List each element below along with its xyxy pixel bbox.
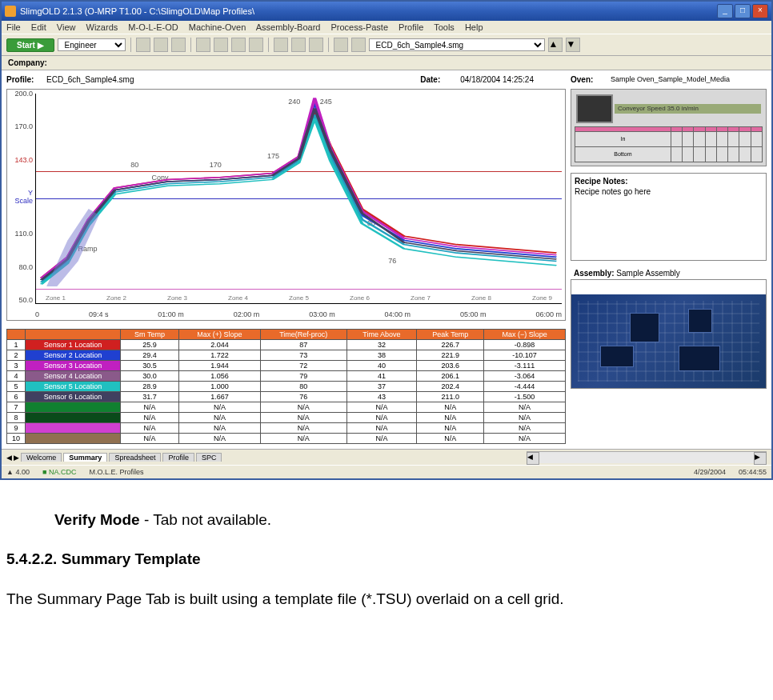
toolbar-icon[interactable] — [309, 38, 323, 52]
down-button[interactable]: ▼ — [566, 38, 580, 52]
toolbar-icon[interactable] — [214, 38, 228, 52]
toolbar-icon[interactable] — [171, 38, 186, 52]
oven-diagram: Conveyor Speed 35.0 in/min In Bottom — [571, 89, 767, 166]
app-window: SlimgOLD 2.1.3 (O-MRP T1.00 - C:\SlimgOL… — [0, 0, 773, 480]
conveyor-speed: Conveyor Speed 35.0 in/min — [615, 104, 761, 114]
window-title: SlimgOLD 2.1.3 (O-MRP T1.00 - C:\SlimgOL… — [20, 6, 717, 16]
tab-welcome[interactable]: Welcome — [21, 453, 62, 462]
svg-marker-0 — [46, 209, 99, 286]
toolbar: Start ▶ Engineer ECD_6ch_Sample4.smg ▲ ▼ — [2, 34, 771, 56]
tab-summary[interactable]: Summary — [63, 453, 107, 462]
plot-area: 240 245 80 170 175 Conv Ramp 80 76 — [35, 94, 562, 304]
oven-zone-grid: In Bottom — [575, 126, 763, 162]
sensor-table: Sm TempMax (+) SlopeTime(Ref-proc)Time A… — [6, 329, 566, 444]
toolbar-icon[interactable] — [334, 38, 348, 52]
recipe-notes: Recipe Notes: Recipe notes go here — [571, 173, 767, 261]
oven-value: Sample Oven_Sample_Model_Media — [611, 75, 730, 84]
start-button[interactable]: Start ▶ — [6, 38, 54, 52]
oven-icon — [576, 94, 613, 123]
table-row: 3Sensor 3 Location30.51.9447240203.6-3.1… — [7, 361, 566, 371]
profile-chart: 200.0 170.0 143.0 Y Scale 110.0 80.0 50.… — [6, 89, 566, 321]
menu-machine[interactable]: Machine-Oven — [189, 22, 246, 32]
menu-edit[interactable]: Edit — [31, 22, 46, 32]
toolbar-icon[interactable] — [136, 38, 150, 52]
table-header: Max (−) Slope — [484, 330, 566, 340]
company-label: Company: — [8, 58, 47, 67]
recipe-text: Recipe notes go here — [575, 187, 763, 196]
maximize-button[interactable]: □ — [735, 4, 751, 18]
recipe-header: Recipe Notes: — [575, 177, 763, 186]
tab-profile[interactable]: Profile — [162, 453, 194, 462]
y-axis-labels: 200.0 170.0 143.0 Y Scale 110.0 80.0 50.… — [9, 90, 33, 304]
document-body: Verify Mode - Tab not available. 5.4.2.2… — [0, 480, 773, 633]
profile-value: ECD_6ch_Sample4.smg — [46, 75, 134, 84]
x-axis-labels: 009:4 s01:00 m02:00 m03:00 m04:00 m05:00… — [35, 310, 562, 318]
table-row: 2Sensor 2 Location29.41.7227338221.9-10.… — [7, 350, 566, 361]
main-area: Profile: ECD_6ch_Sample4.smg Date: 04/18… — [2, 70, 771, 449]
toolbar-icon[interactable] — [231, 38, 246, 52]
toolbar-icon[interactable] — [154, 38, 168, 52]
table-row: 1Sensor 1 Location25.92.0448732226.7-0.8… — [7, 340, 566, 350]
date-value: 04/18/2004 14:25:24 — [460, 75, 534, 84]
table-header — [7, 330, 26, 340]
table-row: 10N/AN/AN/AN/AN/AN/A — [7, 434, 566, 444]
table-row: 4Sensor 4 Location30.01.0567941206.1-3.0… — [7, 371, 566, 382]
toolbar-icon[interactable] — [274, 38, 288, 52]
tab-spreadsheet[interactable]: Spreadsheet — [109, 453, 161, 462]
menu-help[interactable]: Help — [465, 22, 483, 32]
menubar: File Edit View Wizards M-O-L-E-OD Machin… — [2, 21, 771, 34]
assembly-value: Sample Assembly — [616, 269, 679, 278]
toolbar-icon[interactable] — [351, 38, 366, 52]
company-bar: Company: — [2, 56, 771, 70]
toolbar-icon[interactable] — [291, 38, 306, 52]
table-row: 9N/AN/AN/AN/AN/AN/A — [7, 423, 566, 434]
up-button[interactable]: ▲ — [548, 38, 563, 52]
menu-view[interactable]: View — [57, 22, 76, 32]
zone-labels: Zone 1Zone 2Zone 3Zone 4Zone 5Zone 6Zone… — [46, 294, 552, 302]
menu-mole[interactable]: M-O-L-E-OD — [128, 22, 178, 32]
status-bar: ▲ 4.00 ■ NA.CDC M.O.L.E. Profiles 4/29/2… — [2, 465, 771, 478]
chart-lines — [36, 94, 562, 303]
verify-mode-label: Verify Mode — [54, 511, 140, 528]
file-combo[interactable]: ECD_6ch_Sample4.smg — [369, 38, 545, 51]
table-row: 5Sensor 5 Location28.91.0008037202.4-4.4… — [7, 382, 566, 392]
table-row: 6Sensor 6 Location31.71.6677643211.0-1.5… — [7, 392, 566, 402]
profile-label: Profile: — [6, 75, 46, 84]
menu-assembly[interactable]: Assembly-Board — [256, 22, 321, 32]
menu-wizards[interactable]: Wizards — [86, 22, 118, 32]
minimize-button[interactable]: _ — [717, 4, 733, 18]
oven-label: Oven: — [571, 75, 611, 84]
app-icon — [5, 6, 16, 17]
toolbar-icon[interactable] — [196, 38, 210, 52]
table-row: 7N/AN/AN/AN/AN/AN/A — [7, 402, 566, 413]
date-label: Date: — [420, 75, 460, 84]
assembly-label: Assembly: — [574, 269, 615, 278]
section-heading: 5.4.2.2. Summary Template — [6, 547, 767, 571]
table-header: Time(Ref-proc) — [260, 330, 346, 340]
table-header: Max (+) Slope — [179, 330, 261, 340]
close-button[interactable]: × — [752, 4, 768, 18]
menu-tools[interactable]: Tools — [434, 22, 455, 32]
table-header: Peak Temp — [417, 330, 484, 340]
tab-spc[interactable]: SPC — [196, 453, 222, 462]
table-row: 8N/AN/AN/AN/AN/AN/A — [7, 413, 566, 423]
section-paragraph: The Summary Page Tab is built using a te… — [6, 587, 767, 611]
h-scrollbar[interactable]: ◀▶ — [527, 451, 767, 463]
verify-mode-text: - Tab not available. — [140, 511, 271, 528]
toolbar-icon[interactable] — [249, 38, 263, 52]
table-header: Time Above — [346, 330, 417, 340]
menu-file[interactable]: File — [6, 22, 21, 32]
role-combo[interactable]: Engineer — [58, 38, 126, 51]
menu-profile[interactable]: Profile — [399, 22, 423, 32]
table-header — [26, 330, 121, 340]
menu-process[interactable]: Process-Paste — [331, 22, 389, 32]
sheet-tabs: ◀▶ Welcome Summary Spreadsheet Profile S… — [2, 449, 771, 465]
assembly-image — [571, 279, 767, 389]
titlebar: SlimgOLD 2.1.3 (O-MRP T1.00 - C:\SlimgOL… — [2, 2, 771, 21]
table-header: Sm Temp — [121, 330, 179, 340]
